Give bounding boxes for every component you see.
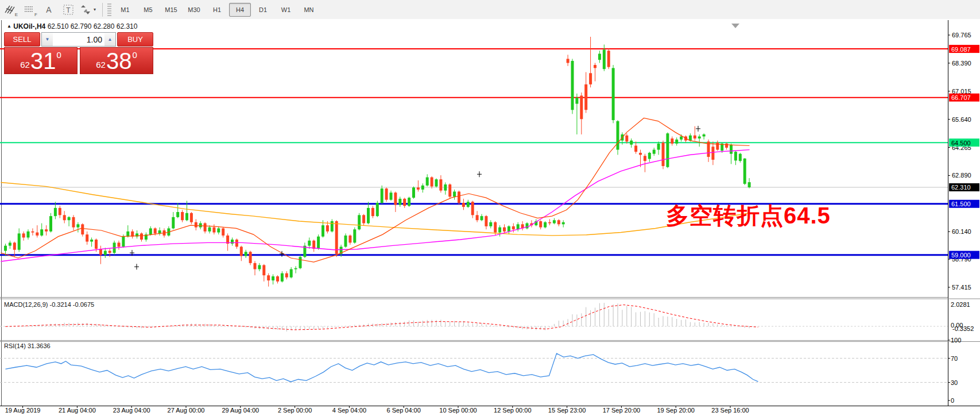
svg-text:30: 30 — [951, 379, 958, 386]
sell-button[interactable]: SELL — [4, 32, 40, 47]
symbol-period-label: UKOil-,H4 — [13, 22, 45, 30]
svg-text:12 Sep 00:00: 12 Sep 00:00 — [494, 407, 531, 414]
svg-text:4 Sep 04:00: 4 Sep 04:00 — [332, 407, 366, 414]
sell-price-prefix: 62 — [20, 60, 30, 70]
svg-text:57.415: 57.415 — [952, 284, 971, 291]
svg-text:62.890: 62.890 — [952, 172, 971, 179]
ohlc-values: 62.510 62.790 62.280 62.310 — [48, 22, 138, 30]
macd-indicator-label: MACD(12,26,9) -0.3214 -0.0675 — [4, 301, 94, 308]
volume-input[interactable] — [53, 33, 104, 46]
buy-price-main: 38 — [106, 49, 132, 72]
svg-text:65.640: 65.640 — [952, 116, 971, 123]
svg-text:0: 0 — [951, 397, 954, 404]
svg-text:2 Sep 00:00: 2 Sep 00:00 — [278, 407, 312, 414]
buy-price-pip: 0 — [132, 50, 137, 60]
svg-text:17 Sep 20:00: 17 Sep 20:00 — [603, 407, 640, 414]
chart-title: ▲ UKOil-,H4 62.510 62.790 62.280 62.310 — [7, 22, 137, 30]
svg-text:69.087: 69.087 — [951, 46, 971, 53]
svg-text:21 Aug 04:00: 21 Aug 04:00 — [59, 407, 96, 414]
svg-text:23 Aug 04:00: 23 Aug 04:00 — [113, 407, 150, 414]
svg-text:68.390: 68.390 — [952, 60, 971, 67]
svg-text:100: 100 — [951, 337, 961, 344]
svg-text:15 Sep 23:00: 15 Sep 23:00 — [548, 407, 586, 414]
svg-text:64.500: 64.500 — [951, 140, 971, 147]
one-click-trade-panel: SELL ▼ ▲ BUY 62 31 0 62 38 0 — [4, 32, 153, 74]
sell-price-main: 31 — [30, 49, 56, 72]
svg-text:19 Sep 20:00: 19 Sep 20:00 — [657, 407, 694, 414]
sell-price-tile[interactable]: 62 31 0 — [4, 47, 78, 74]
svg-text:-0.3352: -0.3352 — [952, 325, 974, 332]
rsi-indicator-label: RSI(14) 31.3636 — [4, 342, 51, 349]
trading-terminal: 69.76568.39067.01565.64064.26562.89060.1… — [0, 0, 980, 420]
svg-text:59.000: 59.000 — [951, 252, 971, 259]
buy-price-tile[interactable]: 62 38 0 — [80, 47, 153, 74]
svg-text:69.765: 69.765 — [952, 32, 971, 38]
svg-text:6 Sep 04:00: 6 Sep 04:00 — [387, 407, 421, 414]
volume-increase-button[interactable]: ▲ — [104, 33, 115, 46]
chart-frame — [0, 19, 980, 420]
sell-price-pip: 0 — [56, 50, 61, 60]
svg-text:29 Aug 04:00: 29 Aug 04:00 — [222, 407, 259, 414]
collapse-arrow-icon[interactable]: ▲ — [7, 24, 11, 29]
svg-text:60.140: 60.140 — [952, 228, 971, 235]
volume-decrease-button[interactable]: ▼ — [42, 33, 53, 46]
buy-button[interactable]: BUY — [117, 32, 153, 47]
svg-text:61.500: 61.500 — [951, 201, 971, 207]
buy-price-prefix: 62 — [96, 60, 106, 70]
svg-text:66.707: 66.707 — [951, 94, 971, 101]
svg-text:62.310: 62.310 — [951, 184, 971, 191]
svg-text:2.0281: 2.0281 — [951, 301, 970, 308]
svg-text:70: 70 — [951, 355, 958, 362]
volume-spinner: ▼ ▲ — [41, 32, 116, 47]
svg-text:27 Aug 00:00: 27 Aug 00:00 — [168, 407, 205, 414]
svg-text:10 Sep 00:00: 10 Sep 00:00 — [439, 407, 477, 414]
svg-text:23 Sep 16:00: 23 Sep 16:00 — [711, 407, 749, 414]
svg-text:19 Aug 2019: 19 Aug 2019 — [5, 407, 41, 414]
chart-annotation-text: 多空转折点64.5 — [666, 200, 831, 232]
